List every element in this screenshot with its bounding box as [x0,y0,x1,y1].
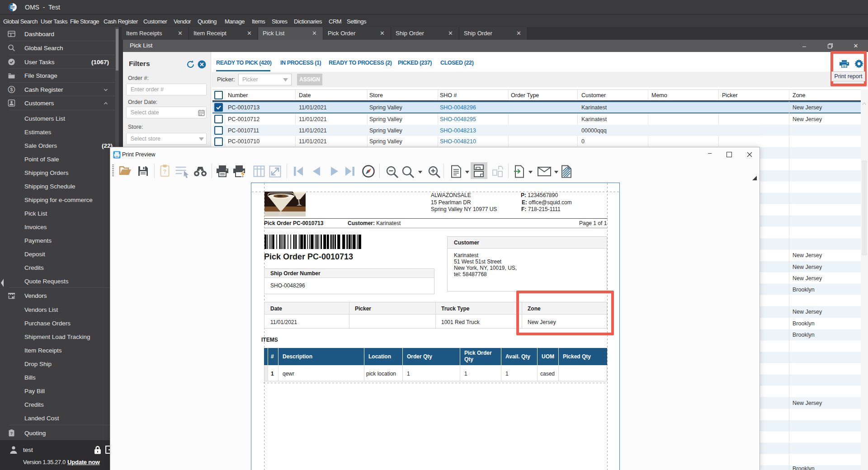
svg-text:$: $ [10,87,13,92]
svg-text:?: ? [10,431,13,436]
svg-text:?: ? [163,168,167,175]
